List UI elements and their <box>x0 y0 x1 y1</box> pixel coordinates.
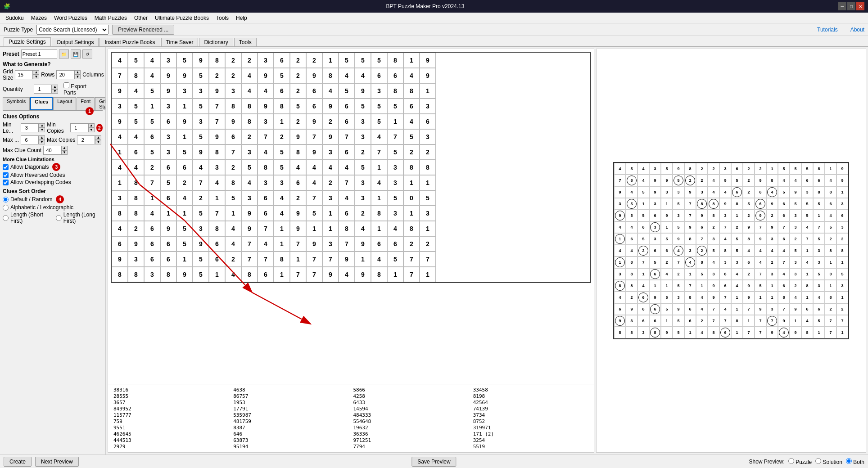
preview-cell: 2 <box>637 245 649 256</box>
next-preview-btn[interactable]: Next Preview <box>35 457 79 467</box>
puzzle-cell: 5 <box>274 68 290 83</box>
puzzle-cell: 1 <box>403 53 420 68</box>
export-parts-checkbox[interactable] <box>63 82 69 88</box>
preview-cell: 8 <box>731 198 743 210</box>
allow-diagonals-checkbox[interactable] <box>3 164 9 170</box>
menu-other[interactable]: Other <box>131 14 151 22</box>
menu-ultimate-puzzle-books[interactable]: Ultimate Puzzle Books <box>151 14 212 22</box>
sort-length-long-radio[interactable] <box>56 215 62 221</box>
about-link[interactable]: About <box>850 27 864 33</box>
rows-down[interactable]: ▼ <box>74 75 81 79</box>
menu-sudoku[interactable]: Sudoku <box>2 14 27 22</box>
min-copies-input[interactable] <box>70 123 88 132</box>
puzzle-cell: 1 <box>420 83 436 99</box>
puzzle-cell: 7 <box>403 267 420 282</box>
preview-cell: 8 <box>813 163 825 175</box>
sub-tab-layout[interactable]: Layout <box>53 97 76 110</box>
menu-help[interactable]: Help <box>232 14 251 22</box>
both-radio[interactable] <box>846 458 852 464</box>
bottom-left: Create Next Preview <box>4 457 79 467</box>
quantity-input[interactable] <box>34 85 52 94</box>
min-copies-down[interactable]: ▼ <box>88 128 95 132</box>
allow-overlapping-checkbox[interactable] <box>3 180 9 185</box>
tab-dictionary[interactable]: Dictionary <box>199 38 233 46</box>
preset-reset-btn[interactable]: ↺ <box>82 50 92 58</box>
menu-tools[interactable]: Tools <box>212 14 232 22</box>
rows-input[interactable] <box>56 70 74 79</box>
menu-mazes[interactable]: Mazes <box>27 14 50 22</box>
max-copies-down[interactable]: ▼ <box>95 140 101 144</box>
tab-time-saver[interactable]: Time Saver <box>161 38 199 46</box>
preview-cell: 4 <box>790 292 801 303</box>
minimize-btn[interactable]: ─ <box>838 2 846 10</box>
sort-length-short-radio[interactable] <box>3 215 9 221</box>
max-copies-input[interactable] <box>77 135 95 144</box>
puzzle-cell: 5 <box>128 99 144 114</box>
sort-alpha-radio[interactable] <box>3 205 9 211</box>
puzzle-cell: 5 <box>387 144 403 160</box>
puzzle-cell: 9 <box>176 114 193 129</box>
puzzle-cell: 1 <box>274 114 290 129</box>
menu-word-puzzles[interactable]: Word Puzzles <box>50 14 91 22</box>
quantity-down[interactable]: ▼ <box>52 89 58 94</box>
sub-tab-grid-styling[interactable]: Grid Styling <box>95 97 106 110</box>
tab-output-settings[interactable]: Output Settings <box>52 38 99 46</box>
tab-puzzle-settings[interactable]: Puzzle Settings <box>4 37 51 46</box>
sort-default-radio[interactable] <box>3 197 9 202</box>
min-copies-up[interactable]: ▲ <box>88 123 95 128</box>
preview-cell: 3 <box>684 245 696 256</box>
left-panel: Preset 📁 💾 ↺ What to Generate? Grid Size… <box>0 47 106 454</box>
min-length-up[interactable]: ▲ <box>39 123 45 128</box>
puzzle-type-select[interactable]: Code Search (Licensed) <box>36 25 108 35</box>
allow-reversed-checkbox[interactable] <box>3 172 9 178</box>
preview-cell: 3 <box>766 303 778 315</box>
close-btn[interactable]: ✕ <box>856 2 864 10</box>
preview-cell: 9 <box>661 327 673 338</box>
max-length-input[interactable] <box>21 135 39 144</box>
puzzle-cell: 6 <box>387 68 403 83</box>
maximize-btn[interactable]: □ <box>847 2 855 10</box>
grid-size-down[interactable]: ▼ <box>33 75 39 79</box>
preview-cell: 7 <box>778 303 790 315</box>
preview-cell: 4 <box>696 303 708 315</box>
max-length-down[interactable]: ▼ <box>39 140 45 144</box>
min-length-down[interactable]: ▼ <box>39 128 45 132</box>
preset-save-btn[interactable]: 💾 <box>71 50 81 58</box>
min-length-input[interactable] <box>21 123 39 132</box>
preview-cell: 7 <box>708 303 719 315</box>
preset-folder-btn[interactable]: 📁 <box>59 50 69 58</box>
create-btn[interactable]: Create <box>4 457 32 467</box>
rows-up[interactable]: ▲ <box>74 70 81 75</box>
grid-size-input[interactable] <box>15 70 33 79</box>
sort-order-label: Clues Sort Order <box>3 188 103 194</box>
clue-number: 554648 <box>353 418 469 424</box>
puzzle-cell: 8 <box>209 53 225 68</box>
tutorials-link[interactable]: Tutorials <box>817 27 838 33</box>
puzzle-cell: 4 <box>371 129 387 144</box>
sub-tab-clues[interactable]: Clues <box>30 97 53 110</box>
max-clue-count-down[interactable]: ▼ <box>61 150 68 155</box>
save-preview-btn[interactable]: Save Preview <box>411 457 456 467</box>
grid-size-up[interactable]: ▲ <box>33 70 39 75</box>
sort-length-long-label: Length (Long First) <box>63 212 103 224</box>
preview-rendered-btn[interactable]: Preview Rendered ... <box>112 25 174 35</box>
max-copies-up[interactable]: ▲ <box>95 135 101 140</box>
menu-math-puzzles[interactable]: Math Puzzles <box>91 14 131 22</box>
puzzle-radio[interactable] <box>788 458 794 464</box>
puzzle-cell: 9 <box>420 68 436 83</box>
sub-tab-symbols[interactable]: Symbols <box>3 97 30 110</box>
preset-input[interactable] <box>21 50 57 58</box>
tab-instant-puzzle-books[interactable]: Instant Puzzle Books <box>99 38 160 46</box>
preview-cell: 8 <box>731 315 743 327</box>
max-length-up[interactable]: ▲ <box>39 135 45 140</box>
clue-number: 8387 <box>233 425 348 431</box>
solution-radio[interactable] <box>815 458 821 464</box>
puzzle-cell: 6 <box>160 114 176 129</box>
max-clue-count-up[interactable]: ▲ <box>61 146 68 150</box>
puzzle-cell: 4 <box>339 267 355 282</box>
puzzle-cell: 7 <box>209 206 225 221</box>
tab-tools[interactable]: Tools <box>234 38 257 46</box>
max-clue-count-input[interactable] <box>43 146 61 155</box>
quantity-up[interactable]: ▲ <box>52 85 58 89</box>
puzzle-cell: 8 <box>371 267 387 282</box>
